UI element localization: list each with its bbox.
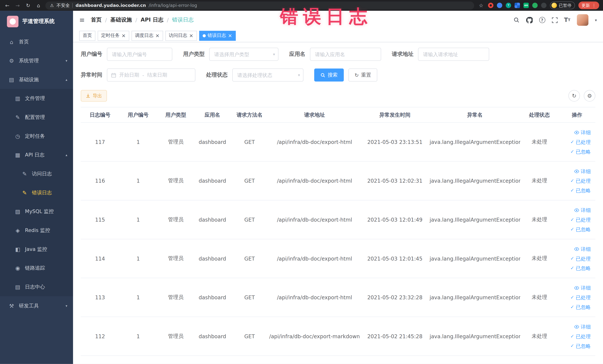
tab-access-log[interactable]: 访问日志× — [165, 31, 197, 41]
processed-link[interactable]: ✓已处理 — [559, 254, 591, 263]
ignored-link[interactable]: ✓已忽略 — [559, 341, 591, 351]
ignored-link[interactable]: ✓已忽略 — [559, 302, 591, 312]
processed-link[interactable]: ✓已处理 — [559, 215, 591, 224]
reload-icon[interactable]: ↻ — [25, 2, 32, 8]
process-status-select[interactable] — [232, 69, 303, 82]
date-range-picker[interactable]: 开始日期 - 结束日期 — [107, 69, 195, 82]
close-icon[interactable]: × — [122, 33, 126, 38]
bookmark-star-icon[interactable]: ☆ — [478, 2, 485, 8]
sidebar-item-scheduled-tasks[interactable]: ◷ 定时任务 — [0, 127, 73, 146]
help-icon[interactable]: ? — [539, 17, 545, 23]
cell-exception: java.lang.IllegalArgumentException — [429, 200, 520, 239]
sidebar-item-log-center[interactable]: ▤ 日志中心 — [0, 277, 73, 296]
sidebar-item-label: 基础设施 — [19, 76, 39, 83]
breadcrumb: 首页 / 基础设施 / API 日志 / 错误日志 — [91, 16, 194, 23]
breadcrumb-item[interactable]: 首页 — [91, 16, 102, 23]
browser-window: ← → ↻ ⌂ ⚠ 不安全 dashboard.yudao.iocoder.cn… — [0, 0, 603, 364]
github-icon[interactable] — [526, 17, 532, 23]
column-settings-button[interactable]: ⚙ — [584, 90, 595, 101]
sidebar-item-label: 错误日志 — [32, 189, 52, 196]
profile-chip[interactable]: 已暂停 — [550, 1, 575, 9]
user-type-select[interactable] — [209, 48, 278, 61]
reset-button[interactable]: ↻ 重置 — [348, 69, 377, 82]
processed-link[interactable]: ✓已处理 — [559, 331, 591, 341]
app-name-input[interactable] — [310, 48, 381, 61]
detail-link[interactable]: 详细 — [559, 128, 591, 137]
app-logo[interactable]: 芋道管理系统 — [0, 11, 73, 32]
extension-icon[interactable] — [497, 3, 502, 8]
sidebar-item-config-management[interactable]: ✎ 配置管理 — [0, 108, 73, 127]
fullscreen-icon[interactable] — [552, 17, 557, 23]
close-icon[interactable]: × — [228, 33, 232, 38]
tab-schedule-log[interactable]: 调度日志× — [131, 31, 163, 41]
sidebar-item-error-log[interactable]: ✎ 错误日志 — [0, 183, 73, 202]
detail-link[interactable]: 详细 — [559, 205, 591, 215]
ignored-link[interactable]: ✓已忽略 — [559, 147, 591, 156]
export-button[interactable]: 导出 — [81, 90, 107, 101]
forward-icon[interactable]: → — [14, 2, 21, 8]
ignored-link[interactable]: ✓已忽略 — [559, 186, 591, 195]
eye-icon — [574, 169, 579, 174]
browser-update-button[interactable]: 更新 ⋮ — [578, 1, 599, 9]
search-icon[interactable] — [513, 17, 519, 23]
logo-image — [7, 16, 18, 27]
close-icon[interactable]: × — [189, 33, 193, 38]
url-path: /infra/log/api-error-log — [149, 3, 197, 8]
address-bar[interactable]: ⚠ 不安全 dashboard.yudao.iocoder.cn/infra/l… — [46, 1, 474, 10]
processed-link[interactable]: ✓已处理 — [559, 293, 591, 302]
java-icon: ◧ — [14, 246, 22, 252]
ignored-label: 已忽略 — [576, 341, 591, 351]
sidebar-item-infrastructure[interactable]: ▤ 基础设施 ▴ — [0, 70, 73, 89]
extension-icon[interactable] — [541, 3, 546, 8]
sidebar-item-api-log[interactable]: ▦ API 日志 ▴ — [0, 145, 73, 164]
ignored-link[interactable]: ✓已忽略 — [559, 224, 591, 234]
tab-label: 调度日志 — [135, 32, 153, 39]
tab-home[interactable]: 首页 — [79, 31, 95, 41]
cell-log-id: 114 — [81, 239, 119, 278]
detail-label: 详细 — [581, 244, 591, 254]
avatar-caret-icon[interactable]: ▾ — [595, 18, 597, 22]
font-size-icon[interactable]: TT — [564, 16, 570, 23]
hamburger-icon[interactable]: ≡ — [79, 16, 85, 24]
sidebar-item-access-log[interactable]: ✎ 访问日志 — [0, 164, 73, 183]
sidebar-item-java-monitor[interactable]: ◧ Java 监控 — [0, 240, 73, 259]
detail-link[interactable]: 详细 — [559, 322, 591, 331]
extension-icon[interactable] — [515, 3, 520, 8]
breadcrumb-separator: / — [167, 17, 169, 23]
breadcrumb-item[interactable]: API 日志 — [141, 16, 163, 23]
detail-link[interactable]: 详细 — [559, 244, 591, 254]
sidebar-item-file-management[interactable]: ▥ 文件管理 — [0, 89, 73, 108]
back-icon[interactable]: ← — [4, 2, 11, 8]
table-row: 113 1 管理员 dashboard GET /api/infra/db-do… — [81, 278, 595, 317]
sidebar-item-home[interactable]: ⌂ 首页 — [0, 32, 73, 51]
extension-icon[interactable] — [532, 3, 538, 8]
user-id-input[interactable] — [107, 48, 172, 61]
cell-app-name: dashboard — [195, 161, 230, 200]
breadcrumb-item[interactable]: 基础设施 — [110, 16, 132, 23]
processed-link[interactable]: ✓已处理 — [559, 176, 591, 186]
check-icon: ✓ — [570, 341, 574, 351]
extension-icon[interactable]: on — [523, 3, 529, 8]
tab-scheduled-tasks[interactable]: 定时任务× — [98, 31, 129, 41]
sidebar-item-system-management[interactable]: ⚙ 系统管理 ▾ — [0, 51, 73, 70]
extension-icon[interactable]: Y — [506, 3, 511, 8]
detail-link[interactable]: 详细 — [559, 166, 591, 176]
ignored-link[interactable]: ✓已忽略 — [559, 263, 591, 273]
sidebar-item-mysql-monitor[interactable]: ▨ MySQL 监控 — [0, 202, 73, 221]
processed-link[interactable]: ✓已处理 — [559, 137, 591, 147]
security-warning-icon[interactable]: ⚠ — [50, 3, 54, 8]
sidebar-item-dev-tools[interactable]: ⚒ 研发工具 ▾ — [0, 296, 73, 315]
request-url-input[interactable] — [418, 48, 489, 61]
sidebar-item-redis-monitor[interactable]: ◈ Redis 监控 — [0, 221, 73, 240]
search-button[interactable]: 搜索 — [314, 69, 344, 82]
extension-icon[interactable] — [488, 3, 493, 8]
col-exception-time: 异常发生时间 — [360, 107, 429, 123]
browser-home-icon[interactable]: ⌂ — [35, 2, 42, 8]
detail-link[interactable]: 详细 — [559, 283, 591, 293]
sidebar-item-tracing[interactable]: ◉ 链路追踪 — [0, 258, 73, 277]
close-icon[interactable]: × — [155, 33, 160, 38]
browser-menu-icon[interactable]: ⋮ — [592, 3, 596, 8]
user-avatar[interactable] — [577, 14, 588, 26]
tab-error-log[interactable]: 错误日志× — [199, 31, 236, 41]
refresh-button[interactable]: ↻ — [568, 90, 580, 101]
